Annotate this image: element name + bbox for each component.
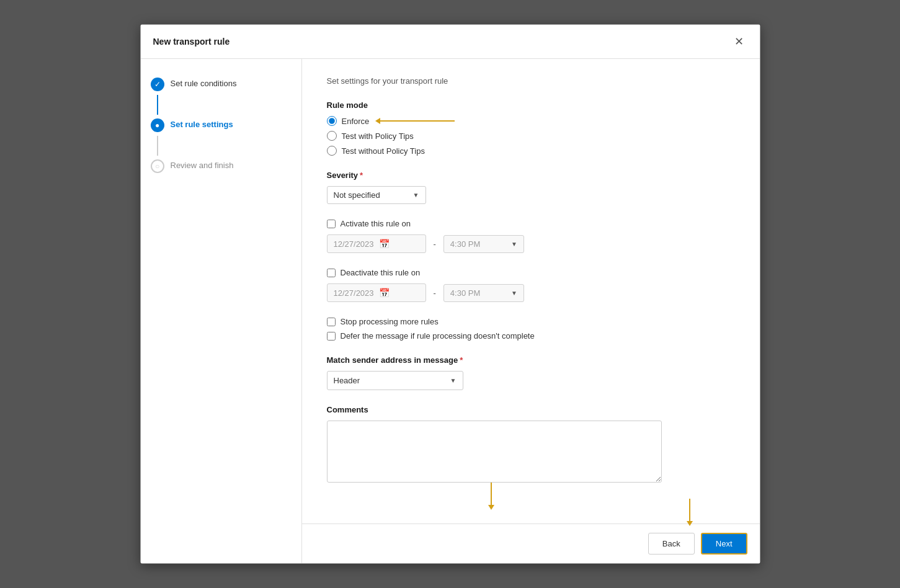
deactivate-rule-label: Deactivate this rule on bbox=[341, 268, 421, 277]
modal-container: New transport rule ✕ ✓ Set rule conditio… bbox=[140, 24, 760, 564]
radio-enforce-label: Enforce bbox=[342, 117, 370, 126]
step-connector-2 bbox=[157, 136, 158, 156]
match-sender-value: Header bbox=[334, 376, 360, 385]
step-label-review-and-finish: Review and finish bbox=[171, 159, 234, 170]
section-subtitle: Set settings for your transport rule bbox=[327, 76, 735, 86]
rule-mode-group: Rule mode Enforce bbox=[327, 100, 735, 156]
radio-test-with-tips-input[interactable] bbox=[327, 131, 337, 141]
activate-date-input[interactable]: 12/27/2023 📅 bbox=[327, 234, 426, 253]
down-arrow-head bbox=[488, 505, 494, 510]
severity-label: Severity * bbox=[327, 171, 735, 180]
back-button[interactable]: Back bbox=[648, 533, 695, 555]
next-button[interactable]: Next bbox=[701, 533, 747, 555]
modal-body: ✓ Set rule conditions ● Set rule setting… bbox=[141, 59, 760, 563]
sidebar-item-set-rule-conditions: ✓ Set rule conditions bbox=[151, 74, 292, 95]
arrow-head bbox=[375, 118, 380, 124]
stop-processing-checkbox[interactable] bbox=[327, 318, 336, 326]
deactivate-rule-checkbox[interactable] bbox=[327, 269, 336, 277]
severity-group: Severity * Not specified ▼ bbox=[327, 171, 735, 204]
deactivate-time-select[interactable]: 4:30 PM ▼ bbox=[443, 284, 524, 302]
stop-processing-checkbox-row[interactable]: Stop processing more rules bbox=[327, 317, 735, 326]
step-label-set-rule-conditions: Set rule conditions bbox=[171, 78, 237, 88]
radio-enforce[interactable]: Enforce bbox=[327, 116, 370, 126]
calendar-icon: 📅 bbox=[379, 239, 390, 249]
activate-time-chevron: ▼ bbox=[511, 241, 517, 247]
match-sender-label: Match sender address in message * bbox=[327, 355, 735, 365]
comments-label: Comments bbox=[327, 405, 735, 414]
deactivate-time-value: 4:30 PM bbox=[450, 288, 480, 298]
comments-textarea[interactable] bbox=[327, 421, 662, 483]
arrow-line bbox=[380, 120, 455, 122]
rule-mode-label: Rule mode bbox=[327, 100, 735, 110]
main-content: Set settings for your transport rule Rul… bbox=[302, 59, 760, 563]
match-sender-group: Match sender address in message * Header… bbox=[327, 355, 735, 390]
step-label-set-rule-settings: Set rule settings bbox=[171, 118, 233, 129]
stop-processing-label: Stop processing more rules bbox=[341, 317, 439, 326]
radio-test-without-tips-input[interactable] bbox=[327, 146, 337, 156]
deactivate-separator: - bbox=[434, 288, 436, 298]
radio-enforce-input[interactable] bbox=[327, 116, 337, 126]
next-arrow-head bbox=[687, 521, 693, 526]
deactivate-rule-checkbox-row[interactable]: Deactivate this rule on bbox=[327, 268, 735, 277]
radio-test-with-tips-label: Test with Policy Tips bbox=[342, 131, 414, 141]
enforce-row: Enforce bbox=[327, 116, 735, 126]
content-area: Set settings for your transport rule Rul… bbox=[302, 59, 760, 523]
severity-required-star: * bbox=[360, 171, 363, 180]
enforce-arrow bbox=[375, 118, 455, 124]
modal-footer: Back Next bbox=[302, 523, 760, 563]
step-icon-active: ● bbox=[151, 118, 164, 132]
sidebar-item-review-and-finish: ○ Review and finish bbox=[151, 156, 292, 177]
comments-group: Comments bbox=[327, 405, 735, 485]
defer-message-label: Defer the message if rule processing doe… bbox=[341, 331, 535, 341]
step-connector-1 bbox=[157, 95, 158, 115]
severity-dropdown[interactable]: Not specified ▼ bbox=[327, 186, 426, 204]
next-arrow-line bbox=[689, 499, 690, 521]
deactivate-calendar-icon: 📅 bbox=[379, 288, 390, 298]
deactivate-date-input[interactable]: 12/27/2023 📅 bbox=[327, 283, 426, 302]
rule-mode-radio-group: Enforce Test with Policy Tips bbox=[327, 116, 735, 156]
comments-down-arrow bbox=[488, 483, 494, 510]
radio-test-without-tips[interactable]: Test without Policy Tips bbox=[327, 146, 735, 156]
activate-rule-checkbox-row[interactable]: Activate this rule on bbox=[327, 219, 735, 228]
deactivate-rule-group: Deactivate this rule on 12/27/2023 📅 - 4… bbox=[327, 268, 735, 302]
activate-date-value: 12/27/2023 bbox=[334, 239, 374, 249]
match-sender-required-star: * bbox=[460, 355, 463, 365]
defer-message-checkbox-row[interactable]: Defer the message if rule processing doe… bbox=[327, 331, 735, 341]
sidebar: ✓ Set rule conditions ● Set rule setting… bbox=[141, 59, 302, 563]
radio-test-without-tips-label: Test without Policy Tips bbox=[342, 146, 425, 156]
activate-time-value: 4:30 PM bbox=[450, 239, 480, 249]
stop-processing-group: Stop processing more rules Defer the mes… bbox=[327, 317, 735, 341]
deactivate-time-chevron: ▼ bbox=[511, 290, 517, 296]
modal-title: New transport rule bbox=[153, 37, 230, 47]
next-button-arrow bbox=[687, 499, 693, 526]
modal-header: New transport rule ✕ bbox=[141, 25, 760, 59]
defer-message-checkbox[interactable] bbox=[327, 332, 336, 341]
activate-rule-checkbox[interactable] bbox=[327, 220, 336, 228]
severity-value: Not specified bbox=[334, 190, 380, 200]
deactivate-date-time-row: 12/27/2023 📅 - 4:30 PM ▼ bbox=[327, 283, 735, 302]
activate-rule-label: Activate this rule on bbox=[341, 219, 411, 228]
radio-test-with-tips[interactable]: Test with Policy Tips bbox=[327, 131, 735, 141]
step-icon-inactive: ○ bbox=[151, 159, 164, 173]
activate-time-select[interactable]: 4:30 PM ▼ bbox=[443, 235, 524, 253]
match-sender-chevron: ▼ bbox=[450, 377, 457, 384]
activate-date-time-row: 12/27/2023 📅 - 4:30 PM ▼ bbox=[327, 234, 735, 253]
step-icon-completed: ✓ bbox=[151, 78, 164, 91]
activate-separator: - bbox=[434, 239, 436, 249]
match-sender-dropdown[interactable]: Header ▼ bbox=[327, 371, 463, 390]
chevron-down-icon: ▼ bbox=[413, 192, 419, 198]
sidebar-item-set-rule-settings: ● Set rule settings bbox=[151, 115, 292, 136]
deactivate-date-value: 12/27/2023 bbox=[334, 288, 374, 298]
activate-rule-group: Activate this rule on 12/27/2023 📅 - 4:3… bbox=[327, 219, 735, 253]
close-button[interactable]: ✕ bbox=[731, 33, 747, 50]
down-arrow-line bbox=[491, 483, 492, 505]
